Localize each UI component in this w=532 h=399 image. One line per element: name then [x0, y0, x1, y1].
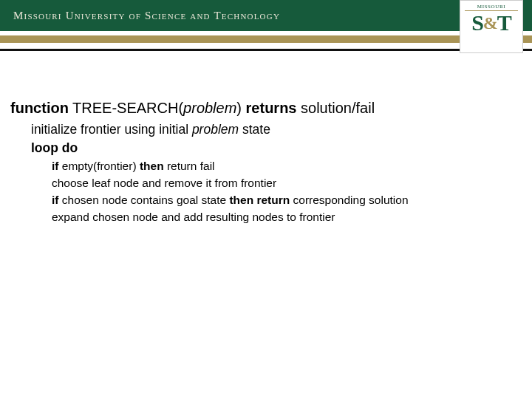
text-expand: expand chosen node and add resulting nod… — [52, 211, 335, 223]
text-init-a: initialize frontier using initial — [31, 122, 192, 137]
university-name: Missouri University of Science and Techn… — [13, 10, 280, 22]
line-if-empty: if empty(frontier) then return fail — [10, 159, 522, 174]
slide-header: Missouri University of Science and Techn… — [0, 0, 532, 58]
line-initialize: initialize frontier using initial proble… — [10, 122, 522, 138]
function-signature: function TREE-SEARCH(problem) returns so… — [10, 99, 522, 117]
logo-main-text: S&T — [465, 13, 518, 33]
text-empty: empty(frontier) — [62, 160, 140, 172]
line-expand: expand chosen node and add resulting nod… — [10, 210, 522, 225]
keyword-if-1: if — [52, 160, 62, 172]
text-choose: choose leaf node and remove it from fron… — [52, 177, 276, 189]
line-if-goal: if chosen node contains goal state then … — [10, 193, 522, 208]
logo-ampersand: & — [483, 13, 497, 33]
keyword-function: function — [10, 100, 69, 116]
keyword-then-return: then return — [229, 194, 293, 206]
text-init-c: state — [239, 122, 270, 137]
keyword-if-2: if — [52, 194, 62, 206]
gold-divider — [0, 35, 532, 43]
line-choose: choose leaf node and remove it from fron… — [10, 176, 522, 191]
keyword-then-1: then — [140, 160, 167, 172]
function-close: ) — [236, 100, 245, 116]
university-logo: MISSOURI S&T — [460, 0, 523, 53]
title-bar: Missouri University of Science and Techn… — [0, 0, 532, 31]
function-name: TREE-SEARCH( — [69, 100, 183, 116]
text-return-fail: return fail — [167, 160, 215, 172]
function-arg: problem — [183, 100, 236, 116]
keyword-returns: returns — [246, 100, 297, 116]
logo-s: S — [471, 10, 483, 35]
keyword-loop: loop do — [31, 140, 78, 155]
text-goal: chosen node contains goal state — [62, 194, 230, 206]
return-values: solution/fail — [296, 100, 375, 116]
text-init-problem: problem — [192, 122, 239, 137]
text-solution: corresponding solution — [293, 194, 409, 206]
black-divider — [0, 49, 532, 51]
slide-content: function TREE-SEARCH(problem) returns so… — [0, 58, 532, 225]
logo-t: T — [497, 10, 511, 35]
line-loop: loop do — [10, 140, 522, 157]
